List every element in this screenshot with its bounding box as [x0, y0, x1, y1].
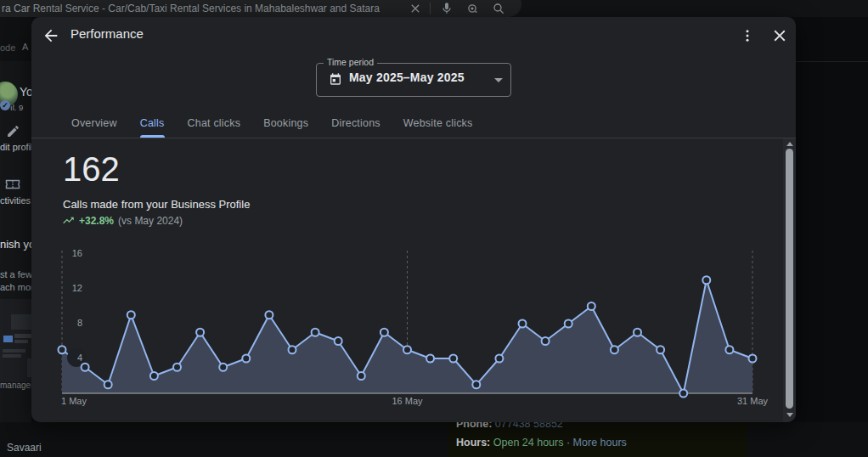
hours-status: Open 24 hours: [493, 437, 564, 449]
activities-ticket-icon[interactable]: [5, 177, 20, 192]
lens-icon[interactable]: [465, 2, 479, 15]
performance-dialog: Performance Time period May 2025–May 202…: [31, 17, 796, 422]
tab-bookings[interactable]: Bookings: [263, 109, 308, 138]
calls-chart: 1 May16 May31 May481216: [31, 221, 783, 422]
svg-text:12: 12: [72, 283, 82, 293]
text-fragment-1: st a few: [0, 269, 32, 279]
scrollbar-down-arrow-icon[interactable]: [786, 413, 793, 417]
text-fragment-2: ach mor: [0, 282, 34, 292]
tab-calls-label: Calls: [140, 117, 165, 129]
menu-fragment-a: A: [22, 42, 28, 52]
calendar-icon: [329, 72, 342, 86]
svg-text:4: 4: [77, 353, 82, 363]
brand-fragment: Savaari: [7, 442, 42, 454]
hours-label: Hours:: [456, 437, 490, 449]
performance-tabs: Overview Calls Chat clicks Bookings Dire…: [31, 109, 779, 138]
activities-fragment[interactable]: ctivities: [0, 195, 31, 206]
finish-profile-fragment: nish yo: [0, 238, 35, 251]
search-bar-divider: [430, 3, 431, 14]
back-arrow-icon[interactable]: [42, 26, 60, 45]
background-right-panel: [796, 17, 868, 422]
chevron-down-icon: [494, 78, 503, 82]
svg-text:16 May: 16 May: [392, 396, 423, 406]
browser-top-bar: ra Car Rental Service - Car/Cab/Taxi Ren…: [0, 0, 868, 17]
search-icon[interactable]: [492, 2, 505, 15]
background-card-thumbnail: [0, 299, 31, 382]
profile-stats-fragment: ıl. 9: [10, 103, 23, 112]
screen: ra Car Rental Service - Car/Cab/Taxi Ren…: [0, 0, 868, 457]
hours-separator: ·: [566, 437, 570, 449]
metric-total-calls: 162: [63, 149, 120, 189]
tab-chat-clicks[interactable]: Chat clicks: [188, 109, 241, 138]
time-period-value: May 2025–May 2025: [349, 71, 465, 84]
thumb-line: [3, 349, 25, 353]
more-options-kebab-icon[interactable]: [740, 26, 755, 45]
background-right-divider: [796, 61, 868, 62]
scrollbar-thumb[interactable]: [786, 149, 793, 409]
thumb-line: [14, 340, 28, 343]
hours-row: Hours: Open 24 hours · More hours: [456, 437, 627, 449]
tab-overview[interactable]: Overview: [71, 109, 117, 138]
tab-calls[interactable]: Calls: [140, 109, 165, 138]
more-hours-link[interactable]: More hours: [573, 437, 627, 449]
tab-website-clicks[interactable]: Website clicks: [403, 109, 473, 138]
dialog-title: Performance: [70, 26, 144, 41]
background-left-panel-top: [0, 17, 31, 61]
browser-tab-title: ra Car Rental Service - Car/Cab/Taxi Ren…: [2, 3, 380, 14]
svg-text:31 May: 31 May: [737, 396, 769, 406]
menu-fragment: ode: [0, 42, 15, 53]
tab-directions[interactable]: Directions: [331, 109, 380, 138]
thumb-line: [14, 334, 31, 338]
metric-subtitle: Calls made from your Business Profile: [63, 198, 250, 211]
microphone-icon[interactable]: [440, 2, 454, 15]
time-period-label: Time period: [324, 57, 377, 67]
thumb-line: [3, 354, 21, 358]
thumb-block: [11, 314, 31, 330]
clear-search-icon[interactable]: [409, 2, 422, 15]
verified-badge-icon: ✓: [0, 100, 10, 110]
svg-text:16: 16: [72, 248, 82, 258]
svg-text:8: 8: [77, 318, 82, 328]
scrollbar-up-arrow-icon[interactable]: [786, 142, 793, 146]
tabs-divider: [31, 138, 796, 138]
close-icon[interactable]: [770, 26, 789, 45]
thumb-blue-block: [3, 336, 13, 342]
edit-pencil-icon[interactable]: [6, 124, 20, 138]
svg-text:1 May: 1 May: [61, 396, 87, 406]
